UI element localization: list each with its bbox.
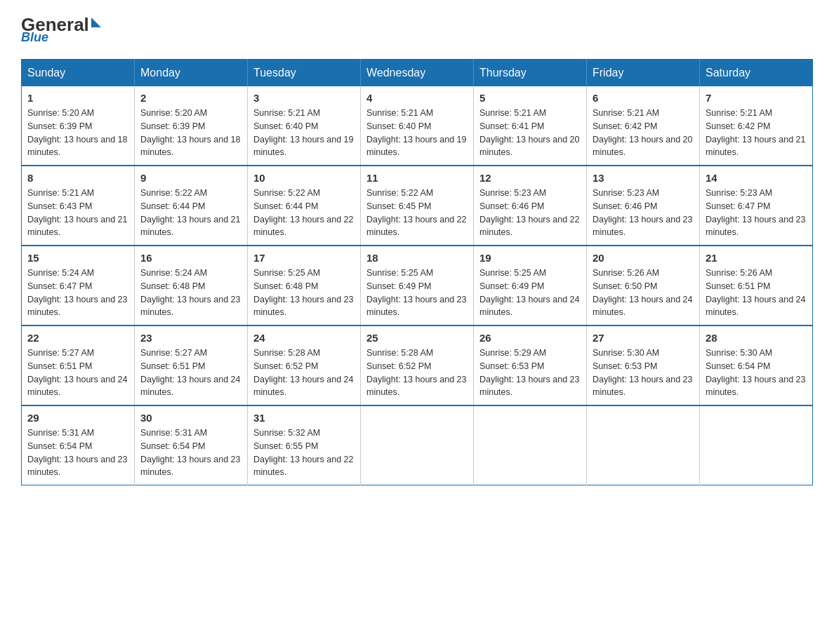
calendar-cell: 14 Sunrise: 5:23 AMSunset: 6:47 PMDaylig… — [700, 166, 813, 246]
calendar-cell: 9 Sunrise: 5:22 AMSunset: 6:44 PMDayligh… — [135, 166, 248, 246]
weekday-header-wednesday: Wednesday — [361, 60, 474, 87]
day-info: Sunrise: 5:24 AMSunset: 6:48 PMDaylight:… — [140, 267, 241, 319]
calendar-cell: 15 Sunrise: 5:24 AMSunset: 6:47 PMDaylig… — [22, 246, 135, 326]
calendar-cell: 18 Sunrise: 5:25 AMSunset: 6:49 PMDaylig… — [361, 246, 474, 326]
calendar-cell: 3 Sunrise: 5:21 AMSunset: 6:40 PMDayligh… — [248, 86, 361, 166]
weekday-header-sunday: Sunday — [22, 60, 135, 87]
day-info: Sunrise: 5:26 AMSunset: 6:51 PMDaylight:… — [706, 267, 807, 319]
calendar-cell: 17 Sunrise: 5:25 AMSunset: 6:48 PMDaylig… — [248, 246, 361, 326]
day-number: 2 — [140, 92, 241, 104]
calendar-table: SundayMondayTuesdayWednesdayThursdayFrid… — [21, 59, 813, 485]
day-number: 8 — [27, 172, 128, 184]
weekday-header-tuesday: Tuesday — [248, 60, 361, 87]
calendar-cell: 21 Sunrise: 5:26 AMSunset: 6:51 PMDaylig… — [700, 246, 813, 326]
day-info: Sunrise: 5:23 AMSunset: 6:47 PMDaylight:… — [706, 187, 807, 239]
day-number: 24 — [253, 332, 355, 344]
day-number: 18 — [366, 252, 468, 264]
day-number: 10 — [253, 172, 355, 184]
day-info: Sunrise: 5:25 AMSunset: 6:48 PMDaylight:… — [253, 267, 355, 319]
logo-blue-text: Blue — [21, 30, 48, 45]
day-info: Sunrise: 5:25 AMSunset: 6:49 PMDaylight:… — [366, 267, 468, 319]
calendar-cell — [587, 405, 700, 485]
logo-arrow-icon — [91, 18, 101, 27]
day-number: 3 — [253, 92, 355, 104]
day-info: Sunrise: 5:21 AMSunset: 6:41 PMDaylight:… — [479, 107, 581, 159]
day-number: 12 — [479, 172, 581, 184]
calendar-week-row: 1 Sunrise: 5:20 AMSunset: 6:39 PMDayligh… — [22, 86, 813, 166]
day-info: Sunrise: 5:28 AMSunset: 6:52 PMDaylight:… — [253, 347, 355, 399]
weekday-header-monday: Monday — [135, 60, 248, 87]
calendar-cell: 23 Sunrise: 5:27 AMSunset: 6:51 PMDaylig… — [135, 326, 248, 405]
day-number: 20 — [593, 252, 694, 264]
day-number: 23 — [140, 332, 241, 344]
calendar-week-row: 22 Sunrise: 5:27 AMSunset: 6:51 PMDaylig… — [22, 326, 813, 405]
day-number: 4 — [366, 92, 468, 104]
day-info: Sunrise: 5:21 AMSunset: 6:42 PMDaylight:… — [593, 107, 694, 159]
day-number: 31 — [253, 412, 355, 424]
day-number: 9 — [140, 172, 241, 184]
day-info: Sunrise: 5:21 AMSunset: 6:40 PMDaylight:… — [366, 107, 468, 159]
day-number: 11 — [366, 172, 468, 184]
calendar-cell: 1 Sunrise: 5:20 AMSunset: 6:39 PMDayligh… — [22, 86, 135, 166]
day-info: Sunrise: 5:30 AMSunset: 6:53 PMDaylight:… — [593, 347, 694, 399]
day-number: 13 — [593, 172, 694, 184]
calendar-cell: 6 Sunrise: 5:21 AMSunset: 6:42 PMDayligh… — [587, 86, 700, 166]
calendar-week-row: 15 Sunrise: 5:24 AMSunset: 6:47 PMDaylig… — [22, 246, 813, 326]
calendar-cell: 30 Sunrise: 5:31 AMSunset: 6:54 PMDaylig… — [135, 405, 248, 485]
day-number: 26 — [479, 332, 581, 344]
weekday-header-thursday: Thursday — [474, 60, 587, 87]
calendar-cell: 5 Sunrise: 5:21 AMSunset: 6:41 PMDayligh… — [474, 86, 587, 166]
day-info: Sunrise: 5:27 AMSunset: 6:51 PMDaylight:… — [140, 347, 241, 399]
day-info: Sunrise: 5:24 AMSunset: 6:47 PMDaylight:… — [27, 267, 128, 319]
calendar-cell: 11 Sunrise: 5:22 AMSunset: 6:45 PMDaylig… — [361, 166, 474, 246]
logo: General Blue — [21, 14, 101, 45]
page-header: General Blue — [21, 14, 813, 45]
calendar-cell: 2 Sunrise: 5:20 AMSunset: 6:39 PMDayligh… — [135, 86, 248, 166]
calendar-cell: 20 Sunrise: 5:26 AMSunset: 6:50 PMDaylig… — [587, 246, 700, 326]
calendar-cell: 25 Sunrise: 5:28 AMSunset: 6:52 PMDaylig… — [361, 326, 474, 405]
calendar-cell: 19 Sunrise: 5:25 AMSunset: 6:49 PMDaylig… — [474, 246, 587, 326]
calendar-week-row: 8 Sunrise: 5:21 AMSunset: 6:43 PMDayligh… — [22, 166, 813, 246]
day-info: Sunrise: 5:31 AMSunset: 6:54 PMDaylight:… — [140, 427, 241, 479]
day-number: 5 — [479, 92, 581, 104]
day-number: 25 — [366, 332, 468, 344]
calendar-cell: 10 Sunrise: 5:22 AMSunset: 6:44 PMDaylig… — [248, 166, 361, 246]
day-number: 19 — [479, 252, 581, 264]
day-info: Sunrise: 5:25 AMSunset: 6:49 PMDaylight:… — [479, 267, 581, 319]
day-info: Sunrise: 5:20 AMSunset: 6:39 PMDaylight:… — [27, 107, 128, 159]
calendar-cell — [700, 405, 813, 485]
day-number: 15 — [27, 252, 128, 264]
calendar-cell: 16 Sunrise: 5:24 AMSunset: 6:48 PMDaylig… — [135, 246, 248, 326]
day-number: 28 — [706, 332, 807, 344]
weekday-header-friday: Friday — [587, 60, 700, 87]
day-info: Sunrise: 5:20 AMSunset: 6:39 PMDaylight:… — [140, 107, 241, 159]
day-number: 7 — [706, 92, 807, 104]
day-info: Sunrise: 5:21 AMSunset: 6:40 PMDaylight:… — [253, 107, 355, 159]
day-info: Sunrise: 5:29 AMSunset: 6:53 PMDaylight:… — [479, 347, 581, 399]
calendar-cell: 22 Sunrise: 5:27 AMSunset: 6:51 PMDaylig… — [22, 326, 135, 405]
day-info: Sunrise: 5:23 AMSunset: 6:46 PMDaylight:… — [479, 187, 581, 239]
day-number: 16 — [140, 252, 241, 264]
calendar-cell — [474, 405, 587, 485]
calendar-cell: 29 Sunrise: 5:31 AMSunset: 6:54 PMDaylig… — [22, 405, 135, 485]
calendar-cell: 8 Sunrise: 5:21 AMSunset: 6:43 PMDayligh… — [22, 166, 135, 246]
day-info: Sunrise: 5:27 AMSunset: 6:51 PMDaylight:… — [27, 347, 128, 399]
day-number: 1 — [27, 92, 128, 104]
calendar-cell: 13 Sunrise: 5:23 AMSunset: 6:46 PMDaylig… — [587, 166, 700, 246]
calendar-cell — [361, 405, 474, 485]
calendar-cell: 28 Sunrise: 5:30 AMSunset: 6:54 PMDaylig… — [700, 326, 813, 405]
calendar-cell: 7 Sunrise: 5:21 AMSunset: 6:42 PMDayligh… — [700, 86, 813, 166]
calendar-cell: 4 Sunrise: 5:21 AMSunset: 6:40 PMDayligh… — [361, 86, 474, 166]
day-number: 14 — [706, 172, 807, 184]
day-number: 21 — [706, 252, 807, 264]
day-number: 17 — [253, 252, 355, 264]
day-info: Sunrise: 5:23 AMSunset: 6:46 PMDaylight:… — [593, 187, 694, 239]
day-info: Sunrise: 5:22 AMSunset: 6:44 PMDaylight:… — [253, 187, 355, 239]
day-info: Sunrise: 5:22 AMSunset: 6:44 PMDaylight:… — [140, 187, 241, 239]
day-number: 6 — [593, 92, 694, 104]
day-info: Sunrise: 5:22 AMSunset: 6:45 PMDaylight:… — [366, 187, 468, 239]
day-number: 30 — [140, 412, 241, 424]
day-info: Sunrise: 5:32 AMSunset: 6:55 PMDaylight:… — [253, 427, 355, 479]
day-info: Sunrise: 5:30 AMSunset: 6:54 PMDaylight:… — [706, 347, 807, 399]
calendar-cell: 12 Sunrise: 5:23 AMSunset: 6:46 PMDaylig… — [474, 166, 587, 246]
